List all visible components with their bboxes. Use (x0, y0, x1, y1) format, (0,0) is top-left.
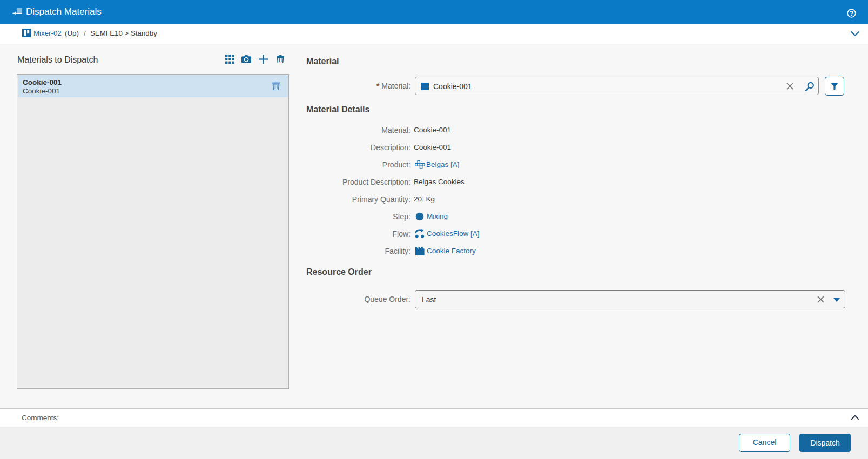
svg-text:?: ? (850, 10, 853, 17)
